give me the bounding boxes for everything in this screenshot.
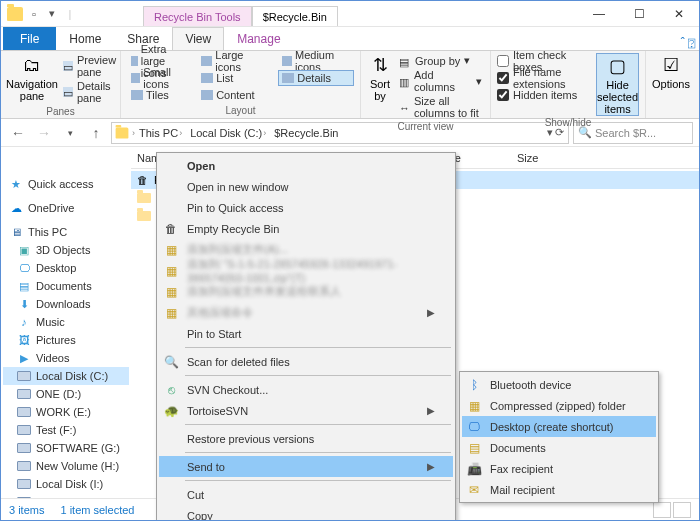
navigation-pane-button[interactable]: 🗂 Navigation pane <box>7 53 57 102</box>
layout-content-label: Content <box>216 89 255 101</box>
tab-manage[interactable]: Manage <box>224 27 293 50</box>
back-button[interactable]: ← <box>7 122 29 144</box>
sidebar-item-label: Local Disk (C:) <box>36 370 108 382</box>
check-hidden[interactable]: Hidden items <box>497 87 592 103</box>
view-details-toggle[interactable] <box>653 502 671 518</box>
sidebar-item[interactable]: ▤Documents <box>3 277 129 295</box>
nav-pane-icon: 🗂 <box>19 55 45 77</box>
breadcrumb-seg2: Local Disk (C:) <box>190 127 262 139</box>
sendto-mail[interactable]: ✉Mail recipient <box>462 479 656 500</box>
sendto-docs[interactable]: ▤Documents <box>462 437 656 458</box>
ctx-scan[interactable]: 🔍Scan for deleted files <box>159 351 453 372</box>
tab-home[interactable]: Home <box>56 27 114 50</box>
chevron-right-icon: ▶ <box>427 461 435 472</box>
layout-content[interactable]: Content <box>197 87 272 103</box>
chk3-label: Hidden items <box>513 89 577 101</box>
sidebar-item[interactable]: ⬇Downloads <box>3 295 129 313</box>
sidebar-item[interactable]: New Volume (H:) <box>3 457 129 475</box>
ctx-archive-4[interactable]: ▦其他压缩命令▶ <box>159 302 453 323</box>
breadcrumb-thispc[interactable]: This PC › <box>137 126 186 140</box>
sidebar-thispc[interactable]: 🖥This PC <box>3 223 129 241</box>
sendto-zip[interactable]: ▦Compressed (zipped) folder <box>462 395 656 416</box>
recycle-icon: 🗑 <box>163 221 179 237</box>
ctx-copy[interactable]: Copy <box>159 505 453 521</box>
ctx-empty[interactable]: 🗑Empty Recycle Bin <box>159 218 453 239</box>
col-size[interactable]: Size <box>511 152 571 164</box>
group-by-button[interactable]: ▤Group by ▾ <box>397 53 484 68</box>
chk2-box[interactable] <box>497 72 509 84</box>
forward-button[interactable]: → <box>33 122 55 144</box>
chk3-box[interactable] <box>497 89 509 101</box>
sidebar-item[interactable]: ♪Music <box>3 313 129 331</box>
breadcrumb-seg1: This PC <box>139 127 178 139</box>
sidebar-item[interactable]: ▶Videos <box>3 349 129 367</box>
sidebar-item[interactable]: ONE (D:) <box>3 385 129 403</box>
minimize-button[interactable]: — <box>579 1 619 27</box>
sendto-desktop[interactable]: 🖵Desktop (create shortcut) <box>462 416 656 437</box>
sidebar-onedrive-label: OneDrive <box>28 202 74 214</box>
tab-file[interactable]: File <box>3 27 56 50</box>
qat-props-icon[interactable]: ▫ <box>27 7 41 21</box>
sidebar-item[interactable]: SOFTWARE (G:) <box>3 439 129 457</box>
fit-columns-label: Size all columns to fit <box>414 95 482 119</box>
ctx-archive-3[interactable]: ▦添加到压缩文件并发送给联系人 <box>159 281 453 302</box>
breadcrumb-folder[interactable]: $Recycle.Bin <box>272 126 342 140</box>
sidebar-item[interactable]: Test (F:) <box>3 421 129 439</box>
fit-columns-button[interactable]: ↔Size all columns to fit <box>397 94 484 120</box>
chk1-box[interactable] <box>497 55 509 67</box>
group-label-layout: Layout <box>127 104 354 116</box>
breadcrumb-seg3: $Recycle.Bin <box>274 127 338 139</box>
archive-icon: ▦ <box>163 242 179 258</box>
ctx-send-to[interactable]: Send to▶ <box>159 456 453 477</box>
ctx-svn[interactable]: ⎋SVN Checkout... <box>159 379 453 400</box>
window-title: $Recycle.Bin <box>252 6 338 26</box>
layout-details[interactable]: Details <box>278 70 354 86</box>
layout-md[interactable]: Medium icons <box>278 53 354 69</box>
sidebar-item[interactable]: ▣3D Objects <box>3 241 129 259</box>
layout-details-label: Details <box>297 72 331 84</box>
ctx-open[interactable]: Open <box>159 155 453 176</box>
sidebar-item-label: ONE (D:) <box>36 388 81 400</box>
sendto-fax[interactable]: 📠Fax recipient <box>462 458 656 479</box>
sidebar-item[interactable]: 🖵Desktop <box>3 259 129 277</box>
preview-pane-button[interactable]: ▭Preview pane <box>61 53 120 79</box>
view-thumbnails-toggle[interactable] <box>673 502 691 518</box>
layout-lg[interactable]: Large icons <box>197 53 272 69</box>
sidebar-item[interactable]: 🖼Pictures <box>3 331 129 349</box>
sidebar-onedrive[interactable]: ☁OneDrive <box>3 199 129 217</box>
layout-sm[interactable]: Small icons <box>127 70 191 86</box>
add-columns-button[interactable]: ▥Add columns ▾ <box>397 68 484 94</box>
ctx-archive-2[interactable]: ▦添加到 "S-1-5-21-285745928-1332491971-3865… <box>159 260 453 281</box>
ctx-pin-qa[interactable]: Pin to Quick access <box>159 197 453 218</box>
ribbon-help-icon[interactable]: ˆ ⍰ <box>681 36 699 50</box>
ctx-pin-start[interactable]: Pin to Start <box>159 323 453 344</box>
folder-icon <box>137 211 151 221</box>
ctx-open-new[interactable]: Open in new window <box>159 176 453 197</box>
sidebar-item[interactable]: Local Disk (I:) <box>3 475 129 493</box>
ctx-restore[interactable]: Restore previous versions <box>159 428 453 449</box>
ctx-tortoise[interactable]: 🐢TortoiseSVN▶ <box>159 400 453 421</box>
sendto-bluetooth[interactable]: ᛒBluetooth device <box>462 374 656 395</box>
details-pane-button[interactable]: ▭Details pane <box>61 79 120 105</box>
addr-sep0[interactable]: › <box>132 128 135 138</box>
close-button[interactable]: ✕ <box>659 1 699 27</box>
up-button[interactable]: ↑ <box>85 122 107 144</box>
layout-list-label: List <box>216 72 233 84</box>
layout-list[interactable]: List <box>197 70 272 86</box>
nav-pane-label: Navigation pane <box>6 78 58 102</box>
breadcrumb-drive[interactable]: Local Disk (C:) › <box>188 126 270 140</box>
sort-by-button[interactable]: ⇅ Sort by <box>367 53 393 102</box>
sidebar-item-local-c[interactable]: Local Disk (C:) <box>3 367 129 385</box>
maximize-button[interactable]: ☐ <box>619 1 659 27</box>
options-button[interactable]: ☑ Options <box>652 53 690 90</box>
hide-selected-button[interactable]: ▢ Hide selected items <box>596 53 639 116</box>
layout-tiles[interactable]: Tiles <box>127 87 191 103</box>
ctx-cut[interactable]: Cut <box>159 484 453 505</box>
sidebar-item[interactable]: WORK (E:) <box>3 403 129 421</box>
sidebar-quick-access[interactable]: ★Quick access <box>3 175 129 193</box>
qat-dropdown-icon[interactable]: ▾ <box>45 7 59 21</box>
sm-icon <box>131 73 140 83</box>
ctx-b3-label: 添加到压缩文件并发送给联系人 <box>187 284 341 299</box>
check-file-ext[interactable]: File name extensions <box>497 70 592 86</box>
recent-dropdown[interactable]: ▾ <box>59 122 81 144</box>
